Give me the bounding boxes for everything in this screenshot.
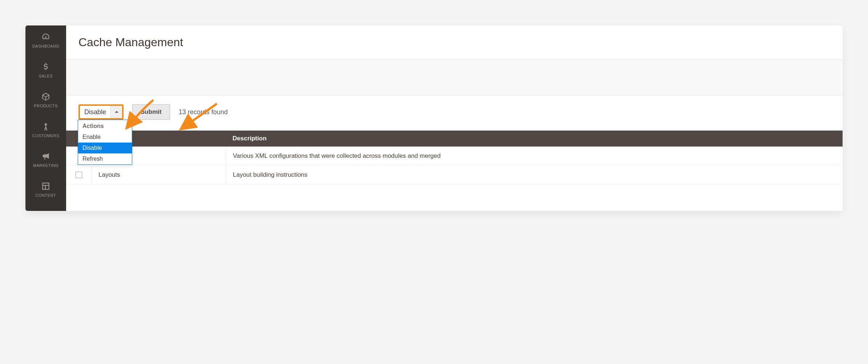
dollar-icon — [41, 62, 51, 72]
actions-dropdown[interactable]: Disable Actions Enable Disable Refresh — [78, 104, 124, 120]
sidebar-item-label: DASHBOARD — [32, 44, 59, 48]
sidebar-item-dashboard[interactable]: DASHBOARD — [25, 25, 66, 55]
person-icon — [41, 122, 51, 131]
table-row: Layouts Layout building instructions — [66, 165, 843, 184]
sidebar: DASHBOARD SALES PRODUCTS CUSTOMERS MARKE… — [25, 25, 66, 211]
table-cell-checkbox[interactable] — [66, 172, 92, 178]
checkbox-icon[interactable] — [76, 172, 82, 178]
toolbar: Disable Actions Enable Disable Refresh S… — [66, 96, 843, 120]
sidebar-item-label: MARKETING — [33, 163, 58, 168]
sidebar-item-label: CONTENT — [36, 193, 56, 197]
box-icon — [41, 92, 51, 101]
sidebar-item-content[interactable]: CONTENT — [25, 175, 66, 204]
chevron-up-icon — [110, 106, 122, 118]
actions-selected-label: Disable — [80, 108, 110, 116]
sidebar-item-label: SALES — [39, 74, 53, 78]
actions-dropdown-menu: Actions Enable Disable Refresh — [78, 120, 132, 165]
main-panel: Cache Management Disable Actions Enable … — [66, 25, 843, 211]
dashboard-icon — [41, 32, 51, 42]
sidebar-item-sales[interactable]: SALES — [25, 55, 66, 85]
table-header-description: Description — [226, 131, 843, 147]
sidebar-item-label: PRODUCTS — [34, 104, 58, 108]
page-title: Cache Management — [66, 25, 843, 59]
actions-menu-header: Actions — [78, 120, 132, 132]
sidebar-item-marketing[interactable]: MARKETING — [25, 145, 66, 175]
table-header-row: Cache Type Description — [66, 131, 843, 147]
table-cell-description: Various XML configurations that were col… — [226, 148, 843, 164]
table-row: uration Various XML configurations that … — [66, 147, 843, 165]
layout-icon — [41, 181, 51, 191]
actions-dropdown-trigger[interactable]: Disable — [78, 104, 124, 120]
notice-band — [66, 59, 843, 96]
table-cell-type: Layouts — [92, 167, 226, 183]
actions-option-enable[interactable]: Enable — [78, 132, 132, 143]
actions-option-refresh[interactable]: Refresh — [78, 153, 132, 164]
sidebar-item-products[interactable]: PRODUCTS — [25, 85, 66, 115]
app-window: DASHBOARD SALES PRODUCTS CUSTOMERS MARKE… — [25, 25, 843, 211]
sidebar-item-customers[interactable]: CUSTOMERS — [25, 115, 66, 145]
records-found-label: 13 records found — [179, 108, 228, 116]
actions-option-disable[interactable]: Disable — [78, 143, 132, 153]
megaphone-icon — [41, 152, 51, 161]
table-cell-description: Layout building instructions — [226, 167, 843, 183]
submit-button[interactable]: Submit — [132, 104, 170, 120]
sidebar-item-label: CUSTOMERS — [32, 133, 60, 138]
cache-table: Cache Type Description uration Various X… — [66, 131, 843, 184]
